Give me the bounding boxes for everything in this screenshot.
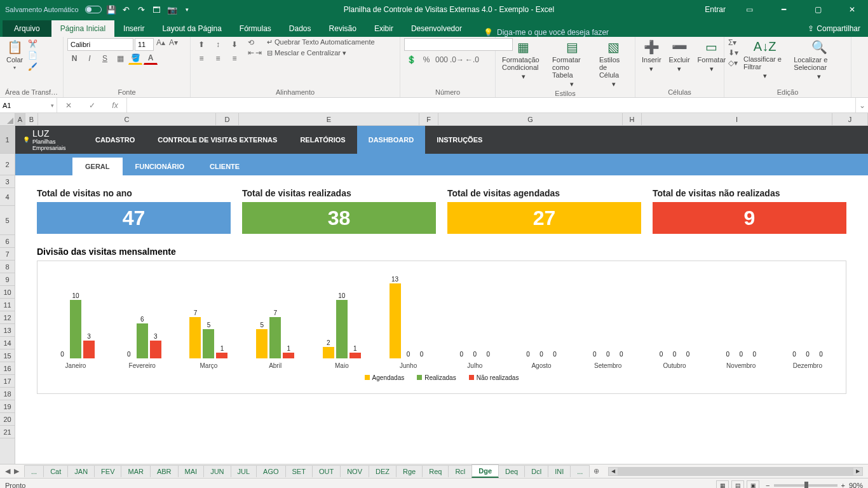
ribbon-display-icon[interactable]: ▭ [735, 0, 764, 19]
dash-nav-item[interactable]: CADASTRO [84, 126, 146, 154]
fill-color-icon[interactable]: 🪣 [128, 52, 142, 65]
column-header[interactable]: C [38, 113, 216, 125]
row-header[interactable]: 6 [0, 235, 15, 248]
font-size-input[interactable] [135, 38, 154, 51]
format-painter-icon[interactable]: 🖌️ [28, 62, 37, 71]
decrease-decimal-icon[interactable]: ←.0 [465, 53, 479, 66]
sheet-tab[interactable]: JUN [203, 465, 231, 477]
undo-icon[interactable]: ↶ [121, 4, 132, 15]
find-select-button[interactable]: 🔍Localizar e Selecionar▾ [791, 38, 847, 82]
zoom-level[interactable]: 90% [849, 482, 863, 489]
sheet-tab[interactable]: SET [285, 465, 313, 477]
sheet-tab[interactable]: Rge [396, 465, 423, 477]
decrease-font-icon[interactable]: A▾ [168, 38, 179, 51]
signin-link[interactable]: Entrar [705, 5, 726, 14]
tab-review[interactable]: Revisão [320, 20, 365, 37]
formula-input[interactable] [127, 98, 855, 112]
sheet-tab[interactable]: Rcl [448, 465, 472, 477]
increase-font-icon[interactable]: A▴ [155, 38, 166, 51]
row-header[interactable]: 13 [0, 324, 15, 337]
normal-view-icon[interactable]: ▦ [716, 480, 729, 489]
fill-icon[interactable]: ⬇▾ [728, 48, 738, 57]
sheet-tab[interactable]: JAN [67, 465, 95, 477]
sheet-nav-prev-icon[interactable]: ◀ [5, 467, 10, 475]
align-right-icon[interactable]: ≡ [227, 52, 241, 65]
conditional-format-button[interactable]: ▦Formatação Condicional▾ [499, 38, 547, 82]
horizontal-scrollbar[interactable]: ◀ ▶ [608, 467, 863, 476]
row-header[interactable]: 5 [0, 206, 15, 235]
row-header[interactable]: 17 [0, 375, 15, 388]
sheet-tab[interactable]: INI [548, 465, 571, 477]
tab-data[interactable]: Dados [280, 20, 320, 37]
percent-icon[interactable]: % [419, 53, 433, 66]
autosum-icon[interactable]: Σ▾ [728, 38, 738, 47]
zoom-in-button[interactable]: + [841, 482, 845, 489]
row-header[interactable]: 2 [0, 154, 15, 175]
increase-decimal-icon[interactable]: .0→ [450, 53, 464, 66]
format-table-button[interactable]: ▤Formatar como Tabela▾ [550, 38, 594, 90]
column-header[interactable]: A [15, 113, 25, 125]
row-header[interactable]: 19 [0, 400, 15, 413]
autosave-toggle[interactable] [85, 6, 102, 13]
tab-developer[interactable]: Desenvolvedor [402, 20, 471, 37]
row-header[interactable]: 18 [0, 388, 15, 400]
currency-icon[interactable]: 💲 [404, 53, 418, 66]
align-left-icon[interactable]: ≡ [194, 52, 208, 65]
row-header[interactable]: 11 [0, 299, 15, 311]
sheet-tab[interactable]: DEZ [369, 465, 397, 477]
bold-icon[interactable]: N [67, 52, 81, 65]
camera-icon[interactable]: 📷 [166, 4, 178, 15]
zoom-slider[interactable] [774, 484, 837, 487]
align-bottom-icon[interactable]: ⬇ [227, 38, 241, 51]
close-button[interactable]: ✕ [837, 0, 867, 19]
insert-cells-button[interactable]: ➕Inserir▾ [639, 38, 664, 74]
zoom-out-button[interactable]: − [766, 482, 770, 489]
qat-customize-icon[interactable]: ▾ [182, 4, 193, 15]
font-color-icon[interactable]: A [144, 52, 158, 65]
row-header[interactable]: 9 [0, 273, 15, 286]
column-header[interactable]: E [239, 113, 419, 125]
sort-filter-button[interactable]: A↓ZClassificar e Filtrar▾ [741, 38, 789, 81]
copy-icon[interactable]: 📄 [28, 51, 37, 60]
sheet-tab[interactable]: Cat [43, 465, 68, 477]
column-header[interactable]: G [438, 113, 623, 125]
scroll-left-icon[interactable]: ◀ [609, 468, 618, 475]
sheet-tab[interactable]: ABR [150, 465, 179, 477]
row-header[interactable]: 1 [0, 126, 15, 154]
row-header[interactable]: 12 [0, 311, 15, 324]
expand-formula-icon[interactable]: ⌄ [855, 98, 868, 112]
new-sheet-button[interactable]: ⊕ [589, 467, 603, 475]
save-icon[interactable]: 💾 [105, 4, 117, 15]
sheet-tab[interactable]: NOV [340, 465, 369, 477]
sub-tab[interactable]: CLIENTE [197, 158, 252, 175]
font-name-input[interactable] [67, 38, 133, 51]
row-header[interactable]: 8 [0, 261, 15, 273]
border-icon[interactable]: ▦ [113, 52, 127, 65]
italic-icon[interactable]: I [83, 52, 97, 65]
tab-formulas[interactable]: Fórmulas [231, 20, 280, 37]
column-header[interactable]: I [642, 113, 832, 125]
column-header[interactable]: H [623, 113, 642, 125]
align-center-icon[interactable]: ≡ [211, 52, 225, 65]
tab-insert[interactable]: Inserir [114, 20, 153, 37]
sub-tab[interactable]: FUNCIONÁRIO [123, 158, 198, 175]
merge-center-button[interactable]: ⊟ Mesclar e Centralizar ▾ [267, 49, 375, 57]
redo-icon[interactable]: ↷ [136, 4, 147, 15]
delete-cells-button[interactable]: ➖Excluir▾ [667, 38, 693, 74]
sub-tab[interactable]: GERAL [72, 158, 123, 175]
tab-home[interactable]: Página Inicial [51, 20, 114, 37]
minimize-button[interactable]: ━ [769, 0, 798, 19]
tell-me-search[interactable]: 💡Diga-me o que você deseja fazer [484, 28, 609, 37]
sheet-tab[interactable]: MAR [121, 465, 150, 477]
row-header[interactable]: 20 [0, 413, 15, 426]
column-header[interactable]: J [832, 113, 868, 125]
sheet-tab[interactable]: Deq [498, 465, 525, 477]
increase-indent-icon[interactable]: ⇥ [255, 48, 262, 57]
row-header[interactable]: 4 [0, 188, 15, 206]
dash-nav-item[interactable]: INSTRUÇÕES [425, 126, 494, 154]
decrease-indent-icon[interactable]: ⇤ [248, 48, 254, 57]
enter-formula-icon[interactable]: ✓ [89, 101, 95, 110]
maximize-button[interactable]: ▢ [803, 0, 832, 19]
orientation-icon[interactable]: ⟲ [248, 38, 262, 47]
sheet-tab[interactable]: ... [570, 465, 590, 477]
